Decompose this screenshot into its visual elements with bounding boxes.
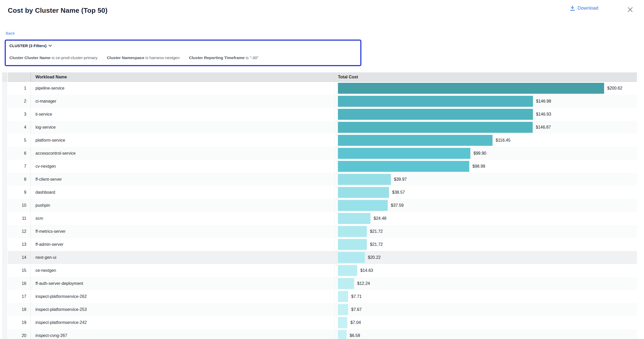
total-cost-cell: $7.71: [335, 290, 637, 303]
workload-name: inspect-cvng-267: [31, 329, 335, 339]
table-row[interactable]: 11scm$24.48: [8, 212, 637, 225]
back-link[interactable]: Back: [6, 31, 15, 36]
cost-bar: [338, 239, 367, 250]
total-cost-cell: $98.99: [335, 160, 637, 173]
row-rank: 15: [8, 264, 31, 277]
cost-value-label: $7.71: [351, 290, 362, 303]
workload-name: pushpin: [31, 199, 335, 212]
cost-value-label: $39.97: [394, 173, 407, 186]
filter-condition-field: Cluster Namespace: [107, 55, 144, 60]
total-cost-cell: $21.72: [335, 238, 637, 251]
cost-value-label: $24.48: [374, 212, 386, 225]
cost-value-label: $146.98: [536, 95, 551, 108]
chevron-down-icon: [48, 45, 52, 47]
cost-bar: [338, 304, 348, 315]
table-row[interactable]: 19inspect-platformservice-242$7.04: [8, 316, 637, 329]
filter-condition: Cluster Reporting Timeframe is "-30": [189, 55, 259, 60]
cost-bar: [338, 330, 347, 339]
filter-group-label: CLUSTER (3 Filters): [9, 43, 47, 48]
table-row[interactable]: 2ci-manager$146.98: [8, 95, 637, 108]
table-row[interactable]: 1pipeline-service$200.62: [8, 82, 637, 95]
total-cost-cell: $20.22: [335, 251, 637, 264]
close-icon: [627, 7, 633, 13]
cost-value-label: $20.22: [368, 251, 381, 264]
total-cost-cell: $6.58: [335, 329, 637, 339]
workload-name: log-service: [31, 121, 335, 134]
table-row[interactable]: 12ff-metrics-server$21.72: [8, 225, 637, 238]
row-rank: 20: [8, 329, 31, 339]
table-row[interactable]: 20inspect-cvng-267$6.58: [8, 329, 637, 339]
total-cost-cell: $37.59: [335, 199, 637, 212]
table-row[interactable]: 5platform-service$116.45: [8, 134, 637, 147]
filter-summary: Cluster Cluster Name is ce-prod-cluster-…: [9, 55, 258, 60]
cost-bar: [338, 226, 367, 237]
workload-name: next-gen-ui: [31, 251, 335, 264]
table-row[interactable]: 4log-service$146.87: [8, 121, 637, 134]
total-cost-cell: $7.67: [335, 303, 637, 316]
table-row[interactable]: 14next-gen-ui$20.22: [8, 251, 637, 264]
download-icon: [570, 5, 575, 11]
cost-bar: [338, 291, 348, 302]
total-cost-cell: $116.45: [335, 134, 637, 147]
cost-value-label: $21.72: [370, 238, 383, 251]
cost-value-label: $37.59: [391, 199, 404, 212]
table-row[interactable]: 8ff-client-server$39.97: [8, 173, 637, 186]
row-rank: 8: [8, 173, 31, 186]
total-cost-cell: $39.97: [335, 173, 637, 186]
download-button[interactable]: Download: [570, 5, 598, 11]
filter-condition: Cluster Cluster Name is ce-prod-cluster-…: [9, 55, 98, 60]
workload-name: scm: [31, 212, 335, 225]
table-row[interactable]: 16ff-auth-server-deployment$12.24: [8, 277, 637, 290]
row-rank: 4: [8, 121, 31, 134]
row-rank: 11: [8, 212, 31, 225]
table-row[interactable]: 13ff-admin-server$21.72: [8, 238, 637, 251]
workload-name: inspect-platformservice-242: [31, 316, 335, 329]
cost-value-label: $200.62: [607, 82, 622, 95]
table-row[interactable]: 9dashboard$38.57: [8, 186, 637, 199]
total-cost-cell: $38.57: [335, 186, 637, 199]
cost-bar: [338, 252, 365, 263]
table-row[interactable]: 7cv-nextgen$98.99: [8, 160, 637, 173]
table-row[interactable]: 6accesscontrol-service$99.90: [8, 147, 637, 160]
workload-name: ti-service: [31, 108, 335, 121]
row-rank: 17: [8, 290, 31, 303]
table-row[interactable]: 3ti-service$146.93: [8, 108, 637, 121]
workload-name: dashboard: [31, 186, 335, 199]
download-label: Download: [578, 5, 598, 11]
row-rank: 14: [8, 251, 31, 264]
close-button[interactable]: [626, 6, 634, 14]
cost-bar: [338, 161, 469, 172]
column-header-rank: [8, 72, 31, 81]
cost-value-label: $7.67: [351, 303, 362, 316]
table-row[interactable]: 18inspect-platformservice-253$7.67: [8, 303, 637, 316]
cost-bar: [338, 96, 533, 107]
workload-name: ff-metrics-server: [31, 225, 335, 238]
cost-bar: [338, 278, 354, 289]
cost-bar: [338, 83, 604, 94]
column-header-workload-name[interactable]: Workload Name: [31, 72, 335, 81]
column-header-total-cost[interactable]: Total Cost: [335, 72, 637, 81]
table-row[interactable]: 15ce-nextgen$14.63: [8, 264, 637, 277]
row-rank: 3: [8, 108, 31, 121]
row-rank: 18: [8, 303, 31, 316]
table-row[interactable]: 17inspect-platformservice-262$7.71: [8, 290, 637, 303]
cost-bar: [338, 148, 470, 159]
filter-group-toggle[interactable]: CLUSTER (3 Filters): [9, 43, 52, 48]
row-rank: 2: [8, 95, 31, 108]
row-rank: 19: [8, 316, 31, 329]
table-row[interactable]: 10pushpin$37.59: [8, 199, 637, 212]
total-cost-cell: $146.98: [335, 95, 637, 108]
cost-table: Workload Name Total Cost 1pipeline-servi…: [8, 72, 637, 339]
cost-bar: [338, 174, 391, 185]
cost-value-label: $116.45: [496, 134, 511, 147]
cost-value-label: $7.04: [350, 316, 361, 329]
cost-value-label: $146.93: [536, 108, 551, 121]
table-body: 1pipeline-service$200.622ci-manager$146.…: [8, 82, 637, 339]
workload-name: ff-client-server: [31, 173, 335, 186]
cost-value-label: $146.87: [536, 121, 551, 134]
workload-name: cv-nextgen: [31, 160, 335, 173]
workload-name: platform-service: [31, 134, 335, 147]
filter-condition-field: Cluster Cluster Name: [9, 55, 51, 60]
cost-bar: [338, 135, 493, 146]
filter-condition: Cluster Namespace is harness-nextgen: [107, 55, 180, 60]
